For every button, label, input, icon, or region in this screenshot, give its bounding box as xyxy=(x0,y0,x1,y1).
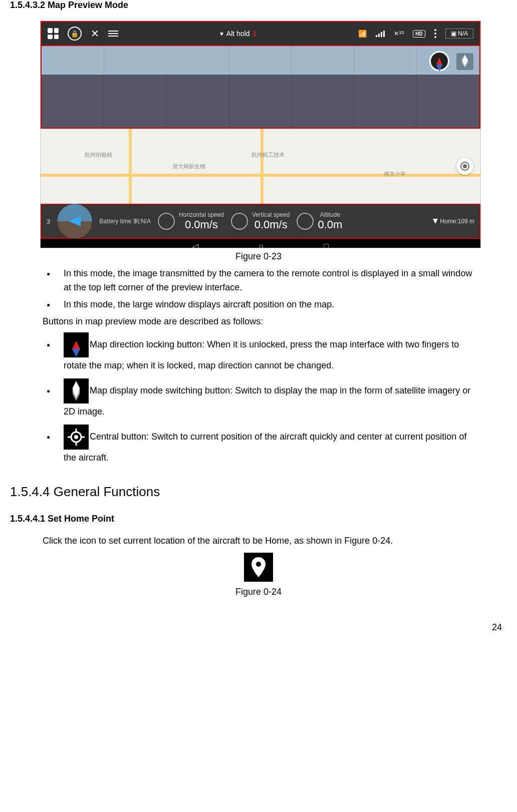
icon-bullet-text: Map direction locking button: When it is… xyxy=(64,339,459,370)
icon-bullet-text: Map display mode switching button: Switc… xyxy=(64,385,470,417)
figure-23-container: 🔒 ✕ ▾ Alt hold 1 📶 ✕10 HD ▣ N/A 2 杭州招银精 … xyxy=(40,21,477,262)
section-heading-general: 1.5.4.4 General Functions xyxy=(10,484,507,500)
remote-icon: 📶 xyxy=(358,30,367,38)
center-icon xyxy=(463,164,467,168)
vertical-speed: Vertical speed0.0m/s xyxy=(231,212,290,230)
horizontal-speed: Horizontal speed0.0m/s xyxy=(158,212,224,230)
grid-icon[interactable] xyxy=(48,28,59,39)
section-heading: 1.5.4.3.2 Map Preview Mode xyxy=(10,0,507,11)
icon-bullet-list: Map direction locking button: When it is… xyxy=(43,332,474,466)
app-screenshot: 🔒 ✕ ▾ Alt hold 1 📶 ✕10 HD ▣ N/A 2 杭州招银精 … xyxy=(40,21,481,248)
na-text: N/A xyxy=(458,30,468,37)
list-item: Central button: Switch to current positi… xyxy=(43,425,474,466)
hd-badge: HD xyxy=(413,30,425,38)
app-topbar: 🔒 ✕ ▾ Alt hold 1 📶 ✕10 HD ▣ N/A xyxy=(41,21,480,46)
layers-icon xyxy=(460,57,470,66)
battery-time: Battery time 剩:N/A xyxy=(99,217,151,226)
alt-value: 0.0m xyxy=(318,219,342,231)
flight-mode-label: ▾ Alt hold 1 xyxy=(220,30,257,38)
list-item: In this mode, the large window displays … xyxy=(43,298,474,312)
attitude-indicator xyxy=(57,204,92,239)
vspeed-value: 0.0m/s xyxy=(252,219,290,231)
center-button-icon xyxy=(64,425,89,450)
home-point-text: Click the icon to set current location o… xyxy=(43,534,474,548)
metric-circle-icon xyxy=(297,213,314,230)
list-item: Map direction locking button: When it is… xyxy=(43,332,474,373)
svg-point-1 xyxy=(74,435,78,439)
nav-back-icon[interactable]: ◁ xyxy=(192,242,198,249)
map-layers-icon xyxy=(64,378,89,403)
map-label: 杭州精工技术 xyxy=(251,151,285,159)
hspeed-label: Horizontal speed xyxy=(179,212,224,218)
intro-bullet-list: In this mode, the image transmitted by t… xyxy=(43,267,474,312)
buttons-intro-text: Buttons in map preview mode are describe… xyxy=(43,315,474,328)
figure-24-container: Figure 0-24 xyxy=(43,553,474,597)
home-distance: Home:109 m xyxy=(433,218,474,225)
map-layers-button[interactable] xyxy=(456,53,473,70)
figure-24-caption: Figure 0-24 xyxy=(43,587,474,597)
na-indicator: ▣ N/A xyxy=(445,29,473,39)
sat-count: 10 xyxy=(399,30,404,35)
lock-icon[interactable]: 🔒 xyxy=(68,27,82,41)
compass-lock-button[interactable] xyxy=(429,51,449,71)
camera-preview-strip: 2 xyxy=(41,46,480,129)
figure-23-caption: Figure 0-23 xyxy=(40,251,477,262)
menu-icon[interactable] xyxy=(108,31,118,37)
map-label: 博文小学 xyxy=(384,170,406,178)
list-item: Map display mode switching button: Switc… xyxy=(43,378,474,420)
nav-home-icon[interactable]: ○ xyxy=(258,242,264,248)
home-text: Home:109 m xyxy=(440,218,474,225)
set-home-icon xyxy=(244,553,273,582)
heading-arrow-icon xyxy=(69,216,81,226)
center-aircraft-button[interactable] xyxy=(456,158,473,175)
map-label: 浙大网新生物 xyxy=(172,163,205,170)
android-navbar: ◁ ○ □ xyxy=(41,239,480,248)
chevron-down-icon: ▾ xyxy=(220,30,223,38)
compass-needle-icon xyxy=(436,58,442,65)
map-area[interactable]: 杭州招银精 浙大网新生物 杭州精工技术 博文小学 xyxy=(41,129,480,204)
home-pin-icon xyxy=(433,219,438,224)
signal-icon xyxy=(376,30,385,37)
body-content: In this mode, the image transmitted by t… xyxy=(43,267,474,466)
satellite-icon: ✕10 xyxy=(394,30,404,37)
metric-circle-icon xyxy=(158,213,175,230)
svg-point-6 xyxy=(256,562,261,567)
altitude: Altitude0.0m xyxy=(297,212,342,230)
list-item: In this mode, the image transmitted by t… xyxy=(43,267,474,295)
more-icon[interactable] xyxy=(434,29,436,38)
alt-label: Altitude xyxy=(318,212,342,218)
vspeed-label: Vertical speed xyxy=(252,212,290,218)
nav-recent-icon[interactable]: □ xyxy=(324,242,329,248)
callout-1: 1 xyxy=(253,30,257,38)
section-heading-home: 1.5.4.4.1 Set Home Point xyxy=(10,514,507,524)
drone-icon[interactable]: ✕ xyxy=(91,28,99,40)
page-number: 24 xyxy=(10,622,507,633)
hspeed-value: 0.0m/s xyxy=(179,219,224,231)
metric-circle-icon xyxy=(231,213,248,230)
map-lock-icon xyxy=(64,332,89,357)
icon-bullet-text: Central button: Switch to current positi… xyxy=(64,432,466,463)
telemetry-bar: 3 Battery time 剩:N/A Horizontal speed0.0… xyxy=(41,204,480,239)
map-label: 杭州招银精 xyxy=(85,151,112,159)
alt-hold-text: Alt hold xyxy=(226,30,250,38)
callout-3: 3 xyxy=(47,218,50,225)
